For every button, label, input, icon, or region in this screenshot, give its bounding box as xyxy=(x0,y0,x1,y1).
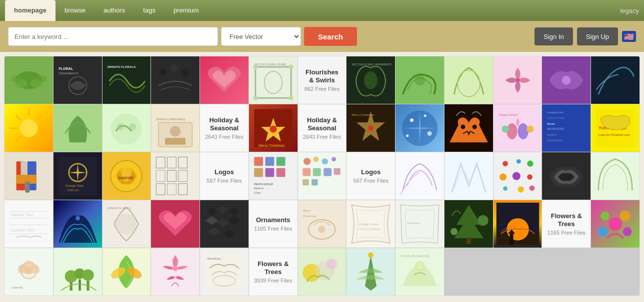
svg-point-51 xyxy=(506,123,517,139)
grid-tile[interactable] xyxy=(494,56,542,104)
svg-point-42 xyxy=(368,125,374,131)
grid-tile[interactable] xyxy=(102,248,151,296)
nav-legacy-link[interactable]: legacy xyxy=(620,7,639,14)
category-logos-2[interactable]: Logos 567 Free Files xyxy=(346,152,395,200)
grid-tile[interactable] xyxy=(591,152,640,200)
grid-tile[interactable] xyxy=(298,248,346,296)
grid-tile[interactable] xyxy=(54,248,102,296)
grid-tile[interactable]: ORNATE FLORALS xyxy=(102,56,151,104)
category-name: Logos xyxy=(361,168,380,176)
grid-tile[interactable] xyxy=(494,152,542,200)
grid-tile[interactable] xyxy=(591,56,640,104)
sign-up-button[interactable]: Sign Up xyxy=(577,27,618,45)
grid-tile[interactable]: YummyChips Logo by CGvector.com xyxy=(591,104,640,152)
grid-tile[interactable] xyxy=(102,104,151,152)
svg-rect-79 xyxy=(168,170,176,181)
grid-tile[interactable]: VECTOR FLORAL FRAME xyxy=(249,56,298,104)
svg-line-28 xyxy=(36,136,42,141)
grid-tile[interactable] xyxy=(396,104,444,152)
svg-point-155 xyxy=(368,252,374,258)
grid-tile[interactable]: Vintage Style EMBLEM xyxy=(54,152,102,200)
svg-rect-127 xyxy=(466,237,471,244)
grid-tile[interactable] xyxy=(396,152,444,200)
search-button[interactable]: Search xyxy=(304,27,357,46)
svg-rect-142 xyxy=(78,280,80,291)
grid-tile[interactable] xyxy=(444,200,493,248)
grid-tile[interactable] xyxy=(4,104,53,152)
svg-point-104 xyxy=(516,159,520,164)
grid-tile[interactable]: Sample Text SAMPLE TEXT xyxy=(4,200,53,248)
grid-tile[interactable]: Happy Easter! xyxy=(494,104,542,152)
grid-tile[interactable] xyxy=(4,152,53,200)
category-ornaments-1[interactable]: Ornaments 1165 Free Files xyxy=(249,200,298,248)
grid-tile[interactable] xyxy=(444,56,493,104)
category-flowers-trees-1[interactable]: Flowers &Trees 1165 Free Files xyxy=(542,200,590,248)
grid-tile[interactable]: VECTOR FLORAL ORNAMENTS xyxy=(346,56,395,104)
language-flag[interactable]: 🇺🇸 xyxy=(622,31,636,42)
svg-rect-78 xyxy=(156,170,165,181)
grid-tile[interactable] xyxy=(444,104,493,152)
grid-tile[interactable]: Merry Christmas xyxy=(346,104,395,152)
svg-text:a place for friends: a place for friends xyxy=(548,117,566,119)
grid-tile[interactable]: DANCER xyxy=(102,152,151,200)
category-holiday-seasonal-2[interactable]: Holiday &Seasonal 2643 Free Files xyxy=(298,104,346,152)
grid-tile[interactable] xyxy=(151,56,200,104)
grid-tile[interactable] xyxy=(542,152,590,200)
grid-tile[interactable]: PENTA GROUP Media Art CGvec xyxy=(249,152,298,200)
svg-point-111 xyxy=(529,185,534,191)
sign-in-button[interactable]: Sign In xyxy=(534,27,572,45)
grid-tile[interactable] xyxy=(151,248,200,296)
grid-tile[interactable] xyxy=(151,200,200,248)
svg-point-45 xyxy=(424,114,426,117)
grid-tile[interactable] xyxy=(298,152,346,200)
svg-point-54 xyxy=(526,125,534,132)
grid-tile[interactable]: FLORAL DECORATION xyxy=(396,248,444,296)
grid-tile[interactable] xyxy=(396,56,444,104)
svg-point-17 xyxy=(364,71,378,89)
nav-tab-tags[interactable]: tags xyxy=(134,0,164,21)
grid-tile[interactable] xyxy=(151,152,200,200)
nav-tab-homepage[interactable]: homepage xyxy=(5,0,56,21)
category-logos-1[interactable]: Logos 567 Free Files xyxy=(200,152,248,200)
svg-text:SANTA CHRISTMAS: SANTA CHRISTMAS xyxy=(156,117,185,120)
grid-tile[interactable] xyxy=(54,104,102,152)
grid-tile[interactable] xyxy=(444,152,493,200)
svg-text:CGvec: CGvec xyxy=(254,192,261,194)
category-count: 3939 Free Files xyxy=(254,278,292,284)
grid-tile[interactable]: Vintage Frame TYPICAL FRAME xyxy=(346,200,395,248)
grid-tile[interactable] xyxy=(200,56,248,104)
grid-tile[interactable] xyxy=(4,56,53,104)
svg-text:Christmas: Christmas xyxy=(303,214,317,217)
grid-tile[interactable]: FLORAL ORNAMENTS xyxy=(54,56,102,104)
search-input[interactable] xyxy=(8,27,218,46)
grid-tile[interactable]: Merry Christmas xyxy=(298,200,346,248)
nav-tab-authors[interactable]: authors xyxy=(94,0,134,21)
grid-tile[interactable]: SANTA CHRISTMAS xyxy=(151,104,200,152)
svg-rect-132 xyxy=(510,234,513,245)
grid-tile[interactable]: butterfly xyxy=(4,248,53,296)
category-flourishes-swirls[interactable]: Flourishes& Swirls 862 Free Files xyxy=(298,56,346,104)
grid-tile[interactable] xyxy=(54,200,102,248)
grid-tile[interactable] xyxy=(346,248,395,296)
grid-tile[interactable]: myspace.com a place for friends Music ME… xyxy=(542,104,590,152)
grid-tile[interactable] xyxy=(542,56,590,104)
category-count: 2643 Free Files xyxy=(303,134,341,140)
search-type-select[interactable]: Free Vector Vector PSD Icons xyxy=(221,27,301,46)
grid-tile[interactable] xyxy=(591,200,640,248)
category-holiday-seasonal-1[interactable]: Holiday &Seasonal 2643 Free Files xyxy=(200,104,248,152)
grid-tile[interactable]: ORNATE FLORALS xyxy=(102,200,151,248)
grid-tile[interactable]: Merry Christmas xyxy=(249,104,298,152)
svg-rect-140 xyxy=(70,282,72,291)
grid-tile[interactable]: Floral lace xyxy=(396,200,444,248)
grid-tile[interactable]: Readings... xyxy=(200,248,248,296)
category-count: 567 Free Files xyxy=(354,178,388,184)
grid-tile[interactable] xyxy=(494,200,542,248)
category-ornaments-2[interactable]: Flowers &Trees 3939 Free Files xyxy=(249,248,298,296)
svg-point-13 xyxy=(253,96,258,100)
svg-rect-100 xyxy=(334,168,340,174)
nav-tab-browse[interactable]: browse xyxy=(56,0,94,21)
nav-tab-premium[interactable]: premium xyxy=(164,0,208,21)
svg-text:Readings...: Readings... xyxy=(208,257,223,260)
grid-tile[interactable] xyxy=(200,200,248,248)
svg-rect-75 xyxy=(156,157,165,168)
